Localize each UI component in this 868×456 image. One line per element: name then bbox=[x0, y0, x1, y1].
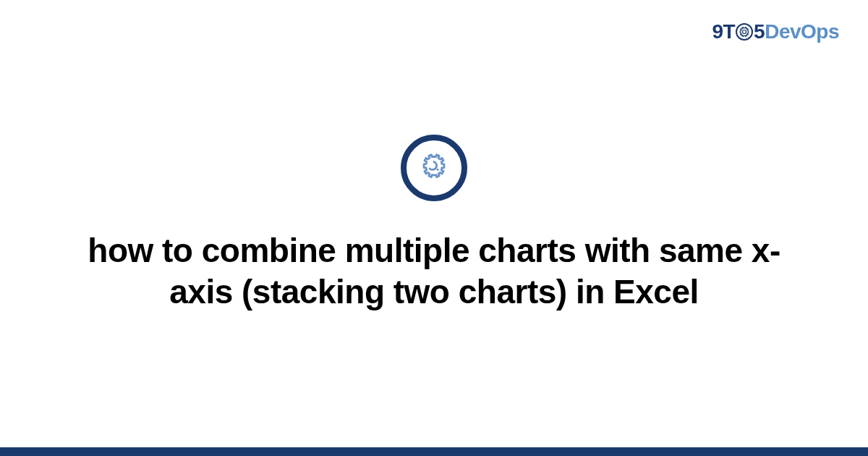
main-content: how to combine multiple charts with same… bbox=[0, 0, 868, 447]
footer-accent-bar bbox=[0, 447, 868, 456]
page-title: how to combine multiple charts with same… bbox=[87, 230, 781, 313]
gear-icon bbox=[401, 135, 467, 201]
center-icon-container bbox=[401, 135, 467, 201]
svg-point-2 bbox=[436, 168, 438, 170]
